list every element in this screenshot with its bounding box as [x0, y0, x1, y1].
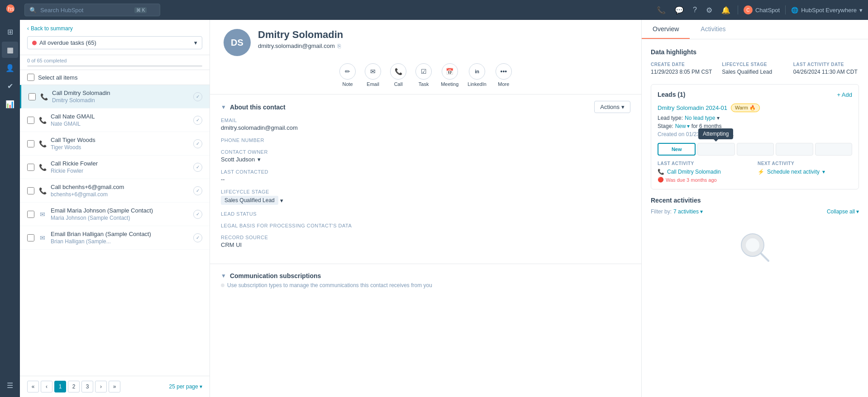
search-input[interactable]	[40, 7, 131, 14]
task-item[interactable]: ✉ Email Brian Halligan (Sample Contact) …	[20, 226, 210, 250]
meeting-action-button[interactable]: 📅 Meeting	[441, 63, 458, 87]
phone-icon[interactable]: 📞	[655, 4, 668, 16]
last-activity-link[interactable]: 📞 Call Dmitry Solomadin	[658, 169, 752, 175]
sidebar-item-tasks[interactable]: ✔	[2, 78, 18, 94]
call-action-button[interactable]: 📞 Call	[390, 63, 406, 87]
collapse-subscriptions-icon[interactable]: ▼	[221, 273, 226, 279]
task-checkbox[interactable]	[27, 234, 34, 241]
task-item[interactable]: 📞 Call Nate GMAIL Nate GMAIL ✓	[20, 109, 210, 132]
hubspot-everywhere-icon: 🌐	[791, 7, 798, 14]
task-checkbox[interactable]	[29, 93, 36, 100]
sidebar-item-menu[interactable]: ☰	[2, 377, 18, 393]
status-disqualified-button[interactable]	[815, 143, 852, 156]
highlight-create-date: CREATE DATE 11/29/2023 8:05 PM CST	[651, 62, 716, 75]
lead-type-dropdown[interactable]: No lead type	[685, 115, 715, 121]
note-action-button[interactable]: ✏ Note	[339, 63, 356, 87]
linkedin-action-button[interactable]: in LinkedIn	[467, 63, 486, 87]
task-item-content: Call Rickie Fowler Rickie Fowler	[51, 160, 190, 174]
task-complete-button[interactable]: ✓	[193, 210, 202, 219]
back-to-summary-link[interactable]: ‹ Back to summary	[27, 25, 202, 32]
chevron-down-icon: ▾	[194, 39, 197, 46]
email-icon: ✉	[38, 233, 47, 242]
task-item[interactable]: ✉ Email Maria Johnson (Sample Contact) M…	[20, 203, 210, 226]
status-open-button[interactable]	[737, 143, 774, 156]
recent-activities-title: Recent activities	[651, 197, 859, 204]
messages-icon[interactable]: 💬	[673, 4, 686, 16]
task-item[interactable]: 📞 Call Dmitry Solomadin Dmitry Solomadin…	[20, 85, 210, 109]
sidebar-item-home[interactable]: ⊞	[2, 24, 18, 40]
lead-name-link[interactable]: Dmitry Solomadin 2024-01	[658, 104, 727, 111]
task-complete-button[interactable]: ✓	[193, 233, 202, 242]
sidebar-item-reports[interactable]: 📊	[2, 96, 18, 112]
per-page-select[interactable]: 25 per page ▾	[169, 383, 202, 390]
task-checkbox[interactable]	[27, 187, 34, 194]
contact-fields: Email dmitry.solomadin@gmail.com Phone n…	[210, 118, 641, 262]
task-complete-button[interactable]: ✓	[193, 139, 202, 148]
search-icon: 🔍	[29, 7, 37, 14]
task-item[interactable]: 📞 Call bchenhs+6@gmail.com bchenhs+6@gma…	[20, 179, 210, 203]
page-2-button[interactable]: 2	[68, 381, 80, 392]
task-item[interactable]: 📞 Call Rickie Fowler Rickie Fowler ✓	[20, 156, 210, 179]
page-1-button[interactable]: 1	[54, 381, 66, 392]
overdue-dot	[32, 41, 37, 45]
actions-dropdown-button[interactable]: Actions ▾	[594, 101, 630, 113]
leads-section: Leads (1) + Add Dmitry Solomadin 2024-01…	[651, 84, 859, 189]
chatspot-button[interactable]: C ChatSpot	[744, 5, 780, 14]
task-filter-select[interactable]: All overdue tasks (65) ▾	[27, 36, 202, 49]
task-checkbox[interactable]	[27, 117, 34, 124]
task-checkbox[interactable]	[27, 164, 34, 171]
task-complete-button[interactable]: ✓	[193, 116, 202, 125]
task-action-button[interactable]: ☑ Task	[415, 63, 432, 87]
lifecycle-tag: Sales Qualified Lead	[221, 196, 278, 205]
select-all-row: Select all items	[20, 70, 210, 85]
prev-page-button[interactable]	[41, 381, 52, 392]
activities-filter-dropdown[interactable]: 7 activities ▾	[673, 208, 703, 215]
select-all-checkbox[interactable]	[27, 74, 34, 81]
collapse-about-icon[interactable]: ▼	[221, 104, 226, 110]
notifications-icon[interactable]: 🔔	[720, 4, 732, 16]
email-action-button[interactable]: ✉ Email	[365, 63, 381, 87]
schedule-next-activity-button[interactable]: ⚡ Schedule next activity ▾	[758, 169, 852, 175]
sidebar-item-contacts[interactable]: 👤	[2, 60, 18, 76]
stage-dropdown[interactable]: New ▾	[675, 123, 690, 129]
status-unworked-button[interactable]	[776, 143, 813, 156]
subscriptions-section: ▼ Communication subscriptions Use subscr…	[210, 266, 641, 295]
highlights-grid: CREATE DATE 11/29/2023 8:05 PM CST LIFEC…	[651, 62, 859, 75]
task-item[interactable]: 📞 Call Tiger Woods Tiger Woods ✓	[20, 132, 210, 156]
task-icon: ☑	[415, 63, 432, 80]
task-checkbox[interactable]	[27, 211, 34, 218]
warm-badge: Warm 🔥	[731, 104, 760, 112]
next-page-button[interactable]	[95, 381, 107, 392]
task-complete-button[interactable]: ✓	[193, 92, 202, 101]
last-page-button[interactable]	[109, 381, 120, 392]
add-lead-button[interactable]: + Add	[837, 91, 852, 98]
owner-field-label: Contact owner	[221, 149, 630, 155]
first-page-button[interactable]	[27, 381, 39, 392]
page-3-button[interactable]: 3	[81, 381, 93, 392]
copy-email-icon[interactable]: ⎘	[338, 43, 341, 49]
last-contacted-label: Last contacted	[221, 169, 630, 175]
settings-icon[interactable]: ⚙	[704, 4, 714, 16]
task-complete-button[interactable]: ✓	[193, 186, 202, 195]
task-complete-button[interactable]: ✓	[193, 163, 202, 172]
status-new-button[interactable]: New	[658, 143, 696, 156]
record-source-field-row: Record Source CRM UI	[221, 235, 630, 248]
task-checkbox[interactable]	[27, 140, 34, 147]
sidebar-item-dashboard[interactable]: ▦	[2, 42, 18, 58]
status-attempting-button[interactable]	[697, 143, 734, 156]
lifecycle-dropdown-icon[interactable]: ▾	[280, 197, 283, 204]
owner-dropdown-icon[interactable]: ▾	[258, 156, 261, 163]
search-bar[interactable]: 🔍 ⌘ K	[24, 4, 160, 16]
lifecycle-field-value: Sales Qualified Lead ▾	[221, 196, 630, 205]
email-icon: ✉	[38, 210, 47, 219]
contact-header: DS Dmitry Solomadin dmitry.solomadin@gma…	[210, 20, 641, 95]
help-icon[interactable]: ?	[691, 4, 699, 16]
lead-type-dropdown-icon[interactable]: ▾	[717, 115, 720, 121]
tab-activities[interactable]: Activities	[690, 20, 736, 39]
collapse-all-button[interactable]: Collapse all ▾	[827, 208, 859, 215]
more-action-button[interactable]: ••• More	[496, 63, 512, 87]
hubspot-everywhere-button[interactable]: 🌐 HubSpot Everywhere ▾	[791, 7, 863, 14]
top-nav: hs 🔍 ⌘ K 📞 💬 ? ⚙ 🔔 C ChatSpot 🌐 HubSpot …	[0, 0, 868, 20]
tab-overview[interactable]: Overview	[642, 20, 690, 39]
nav-divider-2	[785, 5, 786, 14]
